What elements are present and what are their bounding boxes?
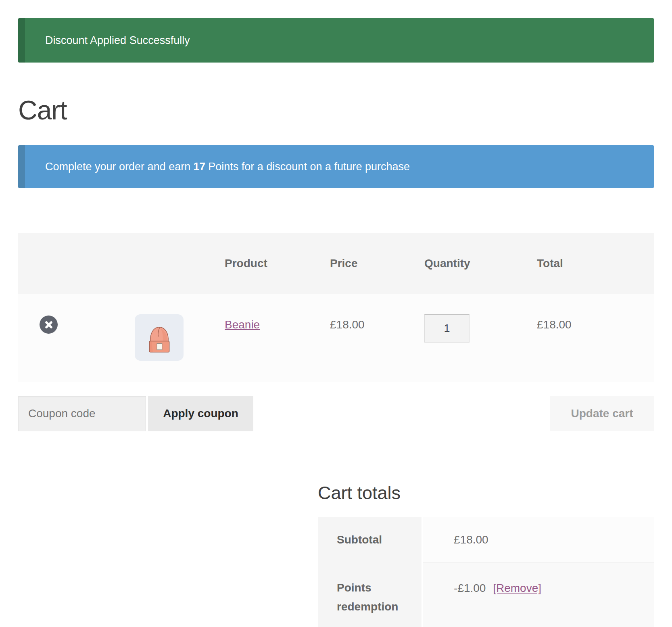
points-redemption-value-cell: -£1.00 [Remove] bbox=[423, 562, 654, 627]
page-title: Cart bbox=[18, 96, 654, 124]
actions-bar-spacer bbox=[253, 396, 550, 431]
cart-table: Product Price Quantity Total bbox=[18, 233, 654, 382]
points-redemption-row: Points redemption -£1.00 [Remove] bbox=[318, 562, 654, 627]
remove-item-button[interactable] bbox=[40, 316, 58, 334]
cart-actions-bar: Apply coupon Update cart bbox=[18, 396, 654, 431]
points-count: 17 bbox=[190, 161, 208, 173]
points-info-banner: Complete your order and earn 17 Points f… bbox=[18, 145, 654, 188]
item-price: £18.00 bbox=[330, 294, 424, 331]
thumbnail-cell bbox=[135, 294, 225, 361]
points-redemption-amount: -£1.00 bbox=[454, 582, 486, 594]
cart-page: Discount Applied Successfully Cart Compl… bbox=[0, 18, 672, 627]
quantity-input[interactable] bbox=[424, 314, 470, 343]
product-thumbnail[interactable] bbox=[135, 314, 184, 361]
subtotal-label: Subtotal bbox=[318, 517, 423, 562]
cart-totals-title: Cart totals bbox=[318, 483, 654, 504]
success-banner-text: Discount Applied Successfully bbox=[45, 34, 190, 47]
apply-coupon-button[interactable]: Apply coupon bbox=[148, 396, 253, 431]
subtotal-row: Subtotal £18.00 bbox=[318, 517, 654, 562]
success-banner: Discount Applied Successfully bbox=[18, 18, 654, 63]
points-remove-link[interactable]: [Remove] bbox=[493, 582, 541, 594]
header-price: Price bbox=[330, 257, 424, 270]
remove-cell bbox=[18, 294, 135, 334]
product-cell: Beanie bbox=[225, 294, 330, 331]
cart-totals-table: Subtotal £18.00 Points redemption -£1.00… bbox=[318, 517, 654, 627]
update-cart-button[interactable]: Update cart bbox=[550, 396, 654, 431]
header-total: Total bbox=[537, 257, 654, 270]
quantity-cell bbox=[424, 294, 537, 343]
x-circle-icon bbox=[44, 320, 54, 330]
header-quantity: Quantity bbox=[424, 257, 537, 270]
product-link[interactable]: Beanie bbox=[225, 318, 260, 331]
points-redemption-label: Points redemption bbox=[318, 562, 423, 627]
points-info-prefix: Complete your order and earn bbox=[45, 161, 190, 173]
subtotal-value: £18.00 bbox=[423, 517, 654, 562]
beanie-illustration-icon bbox=[146, 324, 173, 361]
points-info-suffix: Points for a discount on a future purcha… bbox=[208, 161, 410, 173]
coupon-code-input[interactable] bbox=[18, 396, 146, 431]
item-total: £18.00 bbox=[537, 294, 654, 331]
header-product: Product bbox=[225, 257, 330, 270]
cart-item-row: Beanie £18.00 £18.00 bbox=[18, 294, 654, 382]
cart-table-header: Product Price Quantity Total bbox=[18, 233, 654, 294]
